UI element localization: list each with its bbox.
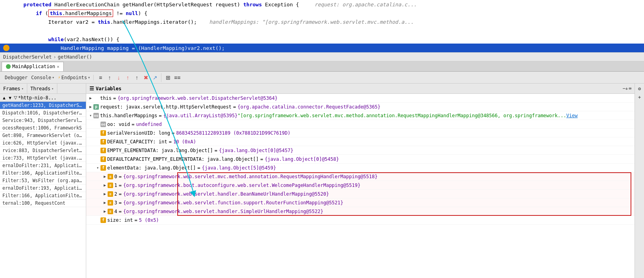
- var-name-handlerMappings: this.handlerMappings: [100, 113, 157, 118]
- settings-button[interactable]: ⚙: [636, 85, 643, 92]
- stack-item-2[interactable]: Dispatch:1016, DispatcherServle: [0, 109, 86, 117]
- breadcrumb-part-1[interactable]: DispatcherServlet: [3, 54, 52, 60]
- code-line-2: if (this.handlerMappings != null) {: [0, 9, 644, 17]
- stack-item-14[interactable]: ternal:100, RequestCont: [0, 200, 86, 207]
- var-value-serialVersionUID: 8683452581122893189 (0x7881D21D99C7619D): [176, 130, 290, 136]
- thread-filter-button[interactable]: ▽: [13, 95, 17, 101]
- stack-item-5[interactable]: Get:898, FrameworkServlet (org.: [0, 132, 86, 139]
- var-name-DEFAULTCAPACITY_EMPTY_ELEMENTDATA: DEFAULTCAPACITY_EMPTY_ELEMENTDATA: java.…: [107, 156, 259, 162]
- threads-tab[interactable]: Threads ▾: [27, 84, 57, 93]
- var-eq-elem4: =: [119, 209, 121, 214]
- var-eq-elem2: =: [119, 191, 121, 197]
- var-name-elem2: 2: [114, 191, 117, 197]
- stack-item-13[interactable]: Filter:166, ApplicationFilterChai: [0, 192, 86, 200]
- var-row-DEFAULT_CAPACITY[interactable]: fDEFAULT_CAPACITY: int=10 (0xA): [86, 137, 635, 146]
- var-expand-elem1[interactable]: ▶: [102, 183, 108, 188]
- var-icon-elem0: ≡: [108, 174, 113, 179]
- var-value-handlerMappings: {java.util.ArrayList@5395}: [163, 113, 238, 118]
- tab-main-application[interactable]: MainApplication ×: [2, 62, 64, 71]
- var-row-serialVersionUID[interactable]: fserialVersionUID: long=8683452581122893…: [86, 129, 635, 137]
- var-value-void: undefined: [136, 122, 162, 127]
- stack-item-6[interactable]: ice:626, HttpServlet (javax.ser: [0, 139, 86, 147]
- var-expand-elem2[interactable]: ▶: [102, 191, 108, 197]
- var-expand-size: [95, 217, 100, 223]
- stack-item-11[interactable]: Filter:53, WsFilter (org.apache.t: [0, 177, 86, 185]
- var-expand-handlerMappings[interactable]: ▾: [88, 113, 93, 118]
- var-row-elementData[interactable]: ▾felementData: java.lang.Object[]={java.…: [86, 164, 635, 172]
- step-into-button[interactable]: ↓: [114, 73, 123, 82]
- frames-tab-label: Frames: [3, 86, 20, 91]
- var-row-EMPTY_ELEMENTDATA[interactable]: fEMPTY_ELEMENTDATA: java.lang.Object[]={…: [86, 146, 635, 155]
- var-expand-DEFAULTCAPACITY_EMPTY_ELEMENTDATA: [95, 156, 100, 162]
- stack-item-3[interactable]: Service:943, DispatcherServlet (: [0, 117, 86, 124]
- var-expand-elementData[interactable]: ▾: [95, 165, 100, 171]
- endpoints-label: Endpoints: [61, 75, 87, 80]
- var-eq-elementData: =: [197, 165, 200, 171]
- tab-close-button[interactable]: ×: [57, 64, 59, 69]
- breadcrumb: DispatcherServlet › getHandler(): [0, 53, 644, 61]
- force-step-into-button[interactable]: ✖: [142, 73, 150, 82]
- debugger-label: Debugger: [5, 75, 28, 80]
- var-icon-serialVersionUID: f: [100, 130, 106, 136]
- endpoints-tab[interactable]: ⚡ Endpoints ▾: [56, 75, 92, 80]
- var-eq-EMPTY_ELEMENTDATA: =: [214, 148, 217, 153]
- var-row-this[interactable]: ▶this={org.springframework.web.servlet.D…: [86, 94, 635, 103]
- var-row-elem0[interactable]: ▶≡0={org.springframework.web.servlet.mvc…: [86, 172, 635, 181]
- breadcrumb-part-2[interactable]: getHandler(): [58, 54, 92, 60]
- var-expand-request[interactable]: ▶: [88, 104, 93, 110]
- var-expand-this[interactable]: ▶: [88, 95, 93, 101]
- var-row-DEFAULTCAPACITY_EMPTY_ELEMENTDATA[interactable]: fDEFAULTCAPACITY_EMPTY_ELEMENTDATA: java…: [86, 155, 635, 164]
- var-icon-size: f: [100, 217, 106, 223]
- stack-item-10[interactable]: Filter:166, ApplicationFilterChai: [0, 169, 86, 177]
- var-row-elem4[interactable]: ▶≡4={org.springframework.web.servlet.han…: [86, 207, 635, 216]
- var-value-elem1: {org.springframework.boot.autoconfigure.…: [123, 183, 360, 188]
- var-expand-elem4[interactable]: ▶: [102, 209, 108, 214]
- var-row-elem3[interactable]: ▶≡3={org.springframework.web.servlet.fun…: [86, 198, 635, 207]
- variables-menu-icon[interactable]: −+∞: [623, 86, 631, 91]
- variables-list: ▶this={org.springframework.web.servlet.D…: [86, 94, 635, 278]
- var-icon-elem2: ≡: [108, 191, 113, 197]
- trace-stream-button[interactable]: ≡≡: [173, 73, 182, 82]
- step-over-button[interactable]: ↑: [105, 73, 114, 82]
- code-line-4: [0, 26, 644, 35]
- var-name-elem0: 0: [114, 174, 117, 179]
- smart-step-into-button[interactable]: ↗: [151, 73, 159, 82]
- stack-item-8[interactable]: ice:733, HttpServlet (javax.serv: [0, 154, 86, 162]
- evaluate-expression-button[interactable]: ⊞: [164, 73, 172, 82]
- var-extra-handlerMappings: "[org.springframework.web.servlet.mvc.me…: [238, 113, 566, 118]
- tab-icon: [6, 64, 11, 69]
- var-link-handlerMappings[interactable]: View: [566, 113, 578, 118]
- var-row-handlerMappings[interactable]: ▾oothis.handlerMappings={java.util.Array…: [86, 111, 635, 120]
- var-row-elem2[interactable]: ▶≡2={org.springframework.web.servlet.han…: [86, 190, 635, 198]
- var-value-elem4: {org.springframework.web.servlet.handler…: [123, 209, 323, 214]
- variables-header: ☰ Variables −+∞: [86, 84, 635, 94]
- var-row-void[interactable]: oooo: void=undefined: [86, 120, 635, 129]
- toolbar-section-evaluate: ⊞ ≡≡: [162, 73, 183, 82]
- debugger-tab[interactable]: Debugger: [3, 75, 29, 80]
- var-row-elem1[interactable]: ▶≡1={org.springframework.boot.autoconfig…: [86, 181, 635, 190]
- stack-item-4[interactable]: ocessRequest:1006, FrameworkS: [0, 124, 86, 132]
- var-eq-request: =: [233, 104, 236, 110]
- tab-bar: MainApplication ×: [0, 61, 644, 72]
- var-row-size[interactable]: fsize: int=5 (0x5): [86, 216, 635, 225]
- stack-item-1[interactable]: getHandler:1233, DispatcherServl: [0, 102, 86, 109]
- thread-down-button[interactable]: ▼: [8, 95, 13, 101]
- stack-item-7[interactable]: rvice:883, DispatcherServlet (or: [0, 147, 86, 154]
- show-execution-point-button[interactable]: ≡: [96, 73, 105, 82]
- stack-item-9[interactable]: ernalDoFilter:231, ApplicationFil: [0, 162, 86, 169]
- thread-up-button[interactable]: ▲: [2, 95, 7, 101]
- stack-item-12[interactable]: ernalDoFilter:193, ApplicationFil: [0, 185, 86, 192]
- frames-tab[interactable]: Frames ▾: [0, 84, 27, 93]
- var-expand-EMPTY_ELEMENTDATA: [95, 148, 100, 153]
- console-tab[interactable]: Console ▾: [30, 75, 56, 80]
- maximize-button[interactable]: +: [636, 94, 643, 101]
- var-icon-request: p: [93, 104, 99, 110]
- step-out-button[interactable]: ↑: [123, 73, 132, 82]
- run-to-cursor-button[interactable]: ↑: [133, 73, 141, 82]
- var-expand-elem0[interactable]: ▶: [102, 174, 108, 179]
- var-expand-elem3[interactable]: ▶: [102, 200, 108, 206]
- var-icon-void: oo: [100, 122, 106, 127]
- var-row-request[interactable]: ▶prequest: javax.servlet.http.HttpServle…: [86, 103, 635, 111]
- var-expand-serialVersionUID: [95, 130, 100, 136]
- var-icon-this: [93, 95, 99, 101]
